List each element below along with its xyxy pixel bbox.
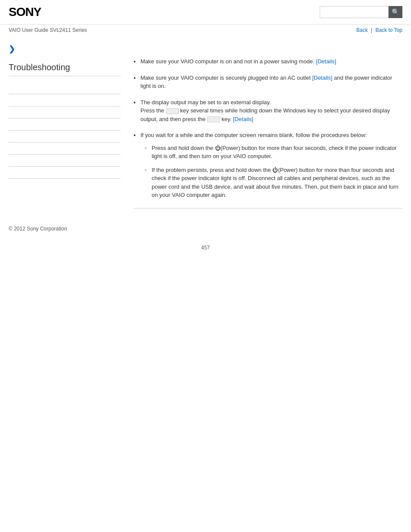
bullet2-details-link[interactable]: [Details] — [312, 75, 333, 81]
search-input[interactable] — [320, 6, 389, 18]
bullet3-text4: key. — [221, 116, 231, 122]
bullet2-text-before: Make sure your VAIO computer is securely… — [140, 75, 311, 81]
bullet1-text: Make sure your VAIO computer is on and n… — [140, 58, 314, 65]
bullet1-details-link[interactable]: [Details] — [316, 58, 336, 65]
content-list: Make sure your VAIO computer is on and n… — [134, 57, 402, 199]
back-to-top-link[interactable]: Back to Top — [376, 27, 402, 33]
sidebar-item[interactable] — [9, 167, 121, 179]
sidebar-item[interactable] — [9, 118, 121, 131]
bullet4-text: If you wait for a while and the computer… — [140, 132, 367, 138]
breadcrumb: VAIO User Guide SVL2411 Series — [9, 27, 87, 33]
search-area: 🔍 — [320, 6, 402, 18]
sub1-text: Press and hold down the ⏻(Power) button … — [152, 145, 397, 160]
search-icon: 🔍 — [392, 8, 400, 16]
sub-list: Press and hold down the ⏻(Power) button … — [140, 144, 402, 199]
back-link[interactable]: Back — [356, 27, 368, 33]
key-placeholder-2 — [207, 116, 220, 122]
copyright-text: © 2012 Sony Corporation — [9, 226, 67, 232]
sub-item-2: If the problem persists, press and hold … — [145, 166, 402, 199]
sidebar-item[interactable] — [9, 131, 121, 143]
sidebar: ❯ Troubleshooting — [9, 40, 129, 208]
sidebar-item[interactable] — [9, 82, 121, 94]
sony-logo: SONY — [9, 5, 41, 19]
header: SONY 🔍 — [0, 0, 411, 25]
content-bullet-2: Make sure your VAIO computer is securely… — [134, 74, 402, 90]
search-button[interactable]: 🔍 — [389, 6, 402, 18]
sidebar-title: Troubleshooting — [9, 62, 121, 76]
key-placeholder-1 — [166, 108, 179, 114]
nav-links: Back | Back to Top — [356, 27, 402, 33]
sidebar-item[interactable] — [9, 155, 121, 167]
content-bullet-3: The display output may be set to an exte… — [134, 98, 402, 124]
bullet3-details-link[interactable]: [Details] — [233, 116, 253, 122]
content-bullet-1: Make sure your VAIO computer is on and n… — [134, 57, 402, 66]
sidebar-item[interactable] — [9, 106, 121, 118]
footer: © 2012 Sony Corporation — [0, 217, 411, 236]
bullet3-text1: The display output may be set to an exte… — [140, 99, 271, 106]
main-container: ❯ Troubleshooting Make sure your VAIO co… — [0, 36, 411, 217]
sub-item-1: Press and hold down the ⏻(Power) button … — [145, 144, 402, 161]
nav-separator: | — [371, 27, 372, 33]
content-divider — [134, 208, 402, 208]
bullet3-text2: Press the — [140, 107, 164, 114]
sidebar-item[interactable] — [9, 143, 121, 155]
nav-bar: VAIO User Guide SVL2411 Series Back | Ba… — [0, 25, 411, 36]
content-bullet-4: If you wait for a while and the computer… — [134, 131, 402, 199]
sidebar-chevron-icon: ❯ — [9, 44, 121, 54]
content-area: Make sure your VAIO computer is on and n… — [129, 40, 402, 208]
page-number: 457 — [0, 236, 411, 259]
sidebar-item[interactable] — [9, 94, 121, 106]
sidebar-items-list — [9, 82, 121, 179]
sub2-text: If the problem persists, press and hold … — [152, 167, 399, 199]
